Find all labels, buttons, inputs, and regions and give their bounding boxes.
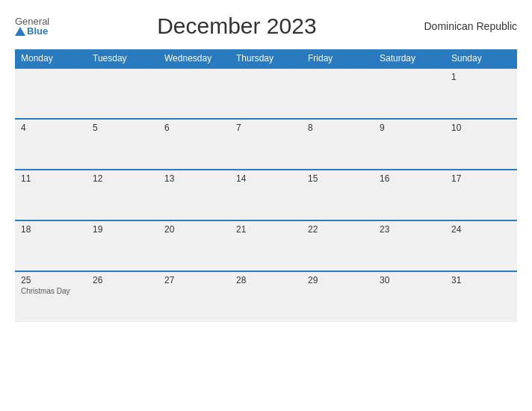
calendar-cell-21: 21: [230, 220, 302, 271]
day-number: 7: [236, 123, 296, 133]
calendar-cell-14: 14: [230, 170, 302, 220]
day-number: 22: [308, 224, 368, 235]
logo-blue-text: Blue: [15, 26, 48, 36]
header-tuesday: Tuesday: [87, 49, 158, 68]
calendar-cell-28: 28: [230, 271, 302, 322]
calendar-table: Monday Tuesday Wednesday Thursday Friday…: [15, 49, 517, 322]
calendar-cell-13: 13: [158, 170, 230, 220]
calendar-cell-29: 29: [302, 271, 374, 322]
day-number: 27: [164, 275, 224, 285]
header-sunday: Sunday: [445, 49, 517, 68]
header-saturday: Saturday: [374, 49, 445, 68]
calendar-cell-1: [230, 68, 302, 119]
week-row: 4 5 6 7 8 9 10: [15, 119, 517, 170]
week-row: 11 12 13 14 15 16 17: [15, 170, 517, 220]
day-number: 6: [164, 123, 224, 133]
calendar-cell-8: 8: [302, 119, 374, 170]
week-row: 25 Christmas Day 26 27 28 29 30 31: [15, 271, 517, 322]
calendar-cell-empty: [15, 68, 87, 119]
day-number: 12: [93, 173, 152, 184]
day-number: 31: [451, 275, 511, 285]
calendar-cell-17: 17: [445, 170, 517, 220]
day-number: 23: [380, 224, 439, 235]
day-number: 30: [380, 275, 439, 285]
day-number: 29: [308, 275, 368, 285]
calendar-page: General Blue December 2023 Dominican Rep…: [0, 0, 532, 411]
day-number: 20: [164, 224, 224, 235]
day-number: 13: [164, 173, 224, 184]
holiday-label: Christmas Day: [21, 287, 81, 295]
day-number: 26: [93, 275, 152, 285]
calendar-cell-15: 15: [302, 170, 374, 220]
calendar-header: Monday Tuesday Wednesday Thursday Friday…: [15, 49, 517, 68]
calendar-cell-24: 24: [445, 220, 517, 271]
logo: General Blue: [15, 16, 49, 36]
week-row: 18 19 20 21 22 23 24: [15, 220, 517, 271]
calendar-cell-5: 5: [87, 119, 158, 170]
day-number: 9: [380, 123, 439, 133]
header-friday: Friday: [302, 49, 374, 68]
calendar-cell-31: 31: [445, 271, 517, 322]
day-number: 16: [380, 173, 439, 184]
calendar-cell-12: 12: [87, 170, 158, 220]
day-number: 1: [451, 72, 511, 82]
day-number: 18: [21, 224, 81, 235]
calendar-cell-4: 4: [15, 119, 87, 170]
logo-triangle-icon: [15, 27, 25, 36]
calendar-cell-7: 7: [230, 119, 302, 170]
day-number: 10: [451, 123, 511, 133]
calendar-cell-2: [302, 68, 374, 119]
day-number: 8: [308, 123, 368, 133]
header-thursday: Thursday: [230, 49, 302, 68]
calendar-cell-19: 19: [87, 220, 158, 271]
weekday-header-row: Monday Tuesday Wednesday Thursday Friday…: [15, 49, 517, 68]
day-number: 24: [451, 224, 511, 235]
day-number: 14: [236, 173, 296, 184]
day-number: 17: [451, 173, 511, 184]
calendar-cell-11: 11: [15, 170, 87, 220]
day-number: 4: [21, 123, 81, 133]
calendar-body: 1 4 5 6 7 8 9 10 11 12 13 14 15 16 17: [15, 68, 517, 322]
calendar-cell-4: 1: [445, 68, 517, 119]
calendar-cell-empty: [158, 68, 230, 119]
country-label: Dominican Republic: [424, 20, 517, 32]
calendar-cell-22: 22: [302, 220, 374, 271]
day-number: 11: [21, 173, 81, 184]
calendar-cell-3: [374, 68, 445, 119]
calendar-cell-10: 10: [445, 119, 517, 170]
calendar-cell-20: 20: [158, 220, 230, 271]
calendar-cell-9: 9: [374, 119, 445, 170]
calendar-cell-23: 23: [374, 220, 445, 271]
calendar-title: December 2023: [49, 13, 424, 39]
calendar-cell-30: 30: [374, 271, 445, 322]
day-number: 5: [93, 123, 152, 133]
calendar-cell-27: 27: [158, 271, 230, 322]
day-number: 28: [236, 275, 296, 285]
day-number: 25: [21, 275, 81, 285]
day-number: 15: [308, 173, 368, 184]
calendar-cell-empty: [87, 68, 158, 119]
day-number: 21: [236, 224, 296, 235]
header-wednesday: Wednesday: [158, 49, 230, 68]
week-row: 1: [15, 68, 517, 119]
header: General Blue December 2023 Dominican Rep…: [15, 13, 517, 39]
calendar-cell-6: 6: [158, 119, 230, 170]
calendar-cell-18: 18: [15, 220, 87, 271]
calendar-cell-25: 25 Christmas Day: [15, 271, 87, 322]
calendar-cell-16: 16: [374, 170, 445, 220]
day-number: 19: [93, 224, 152, 235]
header-monday: Monday: [15, 49, 87, 68]
calendar-cell-26: 26: [87, 271, 158, 322]
